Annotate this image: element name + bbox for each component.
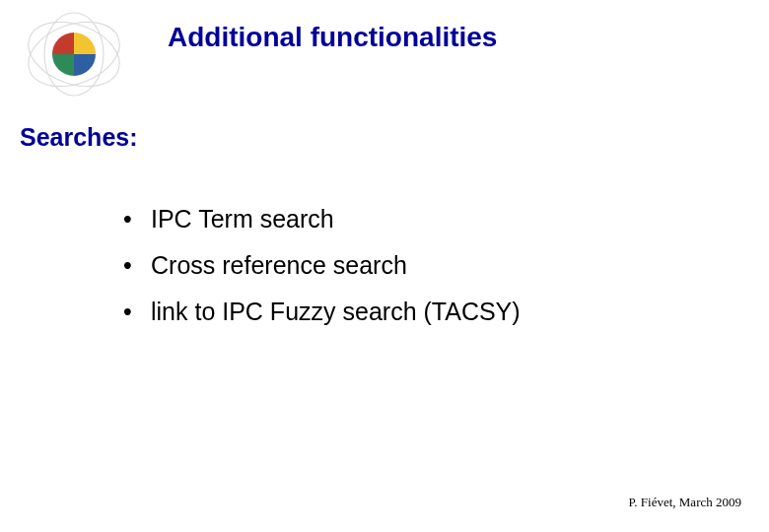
list-item: IPC Term search: [123, 207, 521, 232]
slide-title: Additional functionalities: [168, 22, 497, 53]
bullet-list: IPC Term search Cross reference search l…: [84, 207, 521, 346]
footer-credit: P. Fiévet, March 2009: [629, 495, 741, 510]
list-item: Cross reference search: [123, 253, 521, 278]
section-heading: Searches:: [20, 123, 138, 152]
slide-logo: [20, 10, 128, 99]
list-item: link to IPC Fuzzy search (TACSY): [123, 299, 521, 324]
